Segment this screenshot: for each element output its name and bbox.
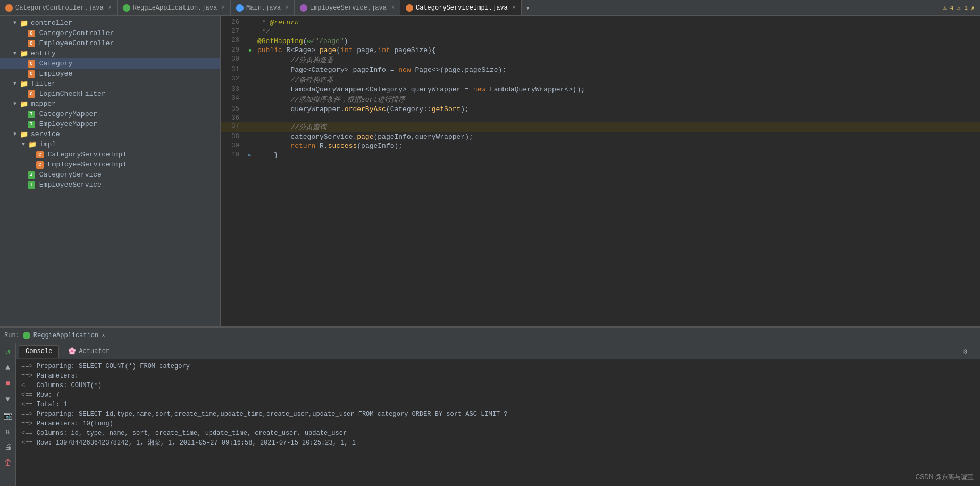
class-icon-cat-svc: I [28, 171, 35, 179]
code-line-28: 28 @GetMapping(⊙✓"/page") [221, 36, 980, 46]
sidebar-item-mapper[interactable]: ▼ 📁 mapper [0, 99, 220, 109]
sidebar-item-category[interactable]: C Category [0, 58, 220, 69]
sidebar-label-service: service [31, 130, 60, 138]
code-lines: 26 * @return 27 */ 28 @GetMapping(⊙✓"/pa… [221, 16, 980, 162]
close-tab-reggie[interactable]: × [222, 5, 225, 11]
line-content-37: //分页查询 [255, 122, 980, 132]
sidebar-item-login-filter[interactable]: C LoginCheckFilter [0, 89, 220, 99]
sidebar-item-emp-mapper[interactable]: I EmployeeMapper [0, 119, 220, 129]
line-num-38: 38 [221, 132, 245, 141]
code-line-32: 32 //条件构造器 [221, 74, 980, 85]
sidebar-label-impl: impl [39, 140, 56, 148]
class-icon-cat-ctrl: C [28, 30, 35, 37]
print-button[interactable]: 🖨 [2, 441, 14, 453]
class-icon-emp-svc: I [28, 181, 35, 189]
settings2-button[interactable]: ⇅ [2, 425, 14, 437]
sidebar-item-impl[interactable]: ▼ 📁 impl [0, 139, 220, 149]
line-content-26: * @return [255, 18, 980, 27]
line-gutter-36 [245, 114, 255, 122]
tab-reggie-app[interactable]: ReggieApplication.java × [118, 0, 231, 15]
tab-actuator[interactable]: 🌸 Actuator [62, 345, 116, 358]
sidebar-label-cat-svc-impl: CategoryServiceImpl [48, 150, 127, 158]
tab-icon-main [236, 4, 244, 12]
camera-button[interactable]: 📷 [2, 409, 14, 421]
class-icon-login-filter: C [28, 90, 35, 98]
tab-bar: CategoryController.java × ReggieApplicat… [0, 0, 980, 16]
sidebar-item-cat-mapper[interactable]: I CategoryMapper [0, 109, 220, 119]
sidebar-item-filter[interactable]: ▼ 📁 filter [0, 79, 220, 89]
close-tab-main[interactable]: × [286, 5, 289, 11]
line-num-35: 35 [221, 105, 245, 114]
stop-button[interactable]: ■ [2, 378, 14, 389]
tree-arrow-service: ▼ [11, 131, 19, 137]
trash-button[interactable]: 🗑 [2, 457, 14, 469]
sidebar-item-service[interactable]: ▼ 📁 service [0, 129, 220, 139]
sidebar-item-entity[interactable]: ▼ 📁 entity [0, 48, 220, 58]
line-gutter-29: ● [245, 46, 255, 55]
code-line-39: 39 return R.success(pageInfo); [221, 141, 980, 150]
sidebar-item-employee[interactable]: C Employee [0, 69, 220, 79]
folder-icon-entity: 📁 [19, 50, 29, 57]
tab-main[interactable]: Main.java × [231, 0, 295, 15]
line-content-36 [255, 114, 980, 122]
line-content-38: categoryService.page(pageInfo,queryWrapp… [255, 132, 980, 141]
line-num-29: 29 [221, 46, 245, 55]
sidebar-item-emp-svc-impl[interactable]: C EmployeeServiceImpl [0, 160, 220, 170]
line-gutter-35 [245, 105, 255, 114]
run-label: Run: [4, 332, 20, 339]
folder-icon-mapper: 📁 [19, 100, 29, 108]
line-gutter-33 [245, 85, 255, 94]
console-line-8: <== Row: 1397844263642378242, 1, 湘菜, 1, … [21, 438, 975, 448]
sidebar-item-controller[interactable]: ▼ 📁 controller [0, 18, 220, 28]
bottom-settings-btn[interactable]: ⚙ [963, 347, 967, 356]
scroll-down-button[interactable]: ▼ [2, 393, 14, 405]
class-icon-emp-svc-impl: C [36, 161, 44, 169]
sidebar-label-filter: filter [31, 80, 56, 88]
tab-overflow[interactable]: ▾ [522, 4, 534, 12]
scroll-up-button[interactable]: ▲ [2, 362, 14, 373]
code-line-31: 31 Page<Category> pageInfo = new Page<>(… [221, 65, 980, 74]
sidebar-label-emp-mapper: EmployeeMapper [39, 120, 97, 128]
code-line-30: 30 //分页构造器 [221, 55, 980, 65]
tab-emp-svc[interactable]: EmployeeService.java × [295, 0, 400, 15]
project-sidebar: ▼ 📁 controller C CategoryController C Em… [0, 16, 221, 326]
line-content-33: LambdaQueryWrapper<Category> queryWrappe… [255, 85, 980, 94]
sidebar-label-mapper: mapper [31, 100, 56, 108]
console-line-2: <== Columns: COUNT(*) [21, 381, 975, 390]
sidebar-label-cat-ctrl: CategoryController [39, 29, 114, 37]
bottom-minimize-btn[interactable]: — [973, 347, 977, 355]
line-gutter-31 [245, 65, 255, 74]
line-num-37: 37 [221, 122, 245, 132]
tab-category-controller[interactable]: CategoryController.java × [0, 0, 118, 15]
run-close-btn[interactable]: × [102, 332, 105, 339]
close-tab-cat-ctrl[interactable]: × [108, 5, 112, 11]
sidebar-item-cat-svc[interactable]: I CategoryService [0, 170, 220, 180]
line-gutter-37 [245, 122, 255, 132]
run-controls: ↺ ▲ ■ ▼ 📷 ⇅ 🖨 🗑 [0, 343, 16, 486]
rerun-button[interactable]: ↺ [2, 346, 14, 357]
console-output[interactable]: ==> Preparing: SELECT COUNT(*) FROM cate… [16, 359, 980, 486]
sidebar-label-emp-ctrl: EmployeeController [39, 39, 114, 47]
line-gutter-26 [245, 18, 255, 27]
close-tab-emp-svc[interactable]: × [391, 5, 395, 11]
tree-arrow-impl: ▼ [19, 141, 28, 147]
sidebar-item-cat-ctrl[interactable]: C CategoryController [0, 28, 220, 38]
code-line-26: 26 * @return [221, 18, 980, 27]
code-line-36: 36 [221, 114, 980, 122]
tab-console[interactable]: Console [19, 345, 59, 358]
tab-label-cat-ctrl: CategoryController.java [15, 4, 104, 12]
line-content-39: return R.success(pageInfo); [255, 141, 980, 150]
line-content-40: } [255, 150, 980, 160]
close-tab-cat-svc-impl[interactable]: × [513, 5, 516, 11]
sidebar-item-emp-svc[interactable]: I EmployeeService [0, 180, 220, 190]
line-gutter-34 [245, 94, 255, 105]
code-editor[interactable]: 26 * @return 27 */ 28 @GetMapping(⊙✓"/pa… [221, 16, 980, 326]
tab-warning: ⚠ 4 ⚠ 1 ∧ [943, 4, 980, 11]
line-gutter-32 [245, 74, 255, 85]
sidebar-item-emp-ctrl[interactable]: C EmployeeController [0, 38, 220, 48]
sidebar-item-cat-svc-impl[interactable]: C CategoryServiceImpl [0, 149, 220, 160]
tab-cat-svc-impl[interactable]: CategoryServiceImpl.java × [400, 0, 522, 15]
line-content-29: public R<Page> page(int page,int pageSiz… [255, 46, 980, 55]
line-content-35: queryWrapper.orderByAsc(Category::getSor… [255, 105, 980, 114]
line-num-27: 27 [221, 27, 245, 36]
